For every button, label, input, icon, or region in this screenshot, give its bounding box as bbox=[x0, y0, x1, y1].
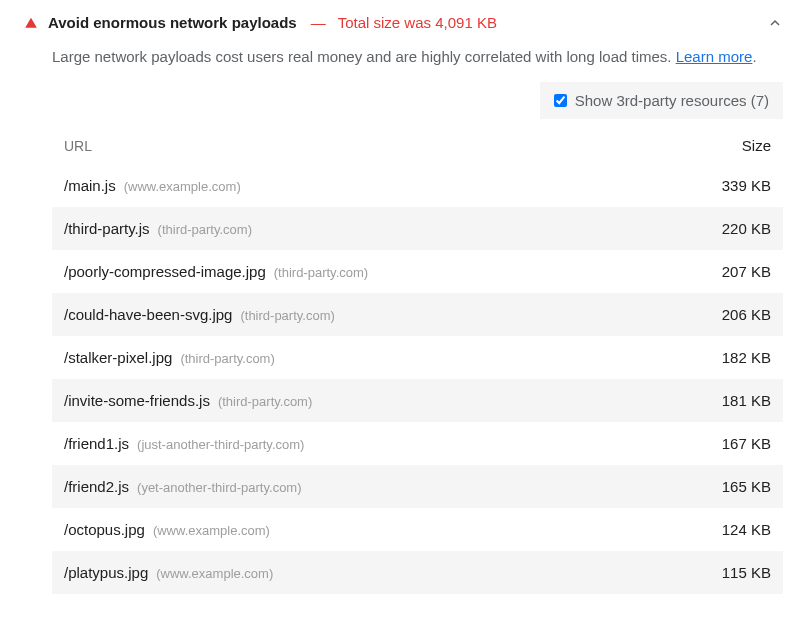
cell-size: 181 KB bbox=[691, 392, 771, 409]
cell-size: 182 KB bbox=[691, 349, 771, 366]
cell-url: /third-party.js(third-party.com) bbox=[64, 220, 691, 237]
table-row: /invite-some-friends.js(third-party.com)… bbox=[52, 379, 783, 422]
cell-size: 124 KB bbox=[691, 521, 771, 538]
cell-url: /friend1.js(just-another-third-party.com… bbox=[64, 435, 691, 452]
table-body: /main.js(www.example.com)339 KB/third-pa… bbox=[52, 164, 783, 594]
table-row: /third-party.js(third-party.com)220 KB bbox=[52, 207, 783, 250]
cell-size: 165 KB bbox=[691, 478, 771, 495]
table-row: /poorly-compressed-image.jpg(third-party… bbox=[52, 250, 783, 293]
table-header: URL Size bbox=[52, 129, 783, 164]
cell-size: 115 KB bbox=[691, 564, 771, 581]
third-party-toggle[interactable]: Show 3rd-party resources (7) bbox=[540, 82, 783, 119]
resource-origin: (just-another-third-party.com) bbox=[137, 437, 304, 452]
resource-path: /platypus.jpg bbox=[64, 564, 148, 581]
table-row: /friend2.js(yet-another-third-party.com)… bbox=[52, 465, 783, 508]
resource-path: /main.js bbox=[64, 177, 116, 194]
resource-origin: (www.example.com) bbox=[124, 179, 241, 194]
resource-path: /stalker-pixel.jpg bbox=[64, 349, 172, 366]
chevron-up-icon[interactable] bbox=[767, 15, 783, 31]
column-header-size: Size bbox=[691, 137, 771, 154]
resource-path: /third-party.js bbox=[64, 220, 150, 237]
cell-size: 206 KB bbox=[691, 306, 771, 323]
resource-origin: (third-party.com) bbox=[180, 351, 274, 366]
resource-path: /octopus.jpg bbox=[64, 521, 145, 538]
cell-size: 207 KB bbox=[691, 263, 771, 280]
cell-url: /poorly-compressed-image.jpg(third-party… bbox=[64, 263, 691, 280]
audit-body: Large network payloads cost users real m… bbox=[24, 31, 783, 594]
cell-size: 220 KB bbox=[691, 220, 771, 237]
resource-origin: (third-party.com) bbox=[240, 308, 334, 323]
audit-description: Large network payloads cost users real m… bbox=[52, 45, 783, 68]
dash-separator: — bbox=[311, 14, 326, 31]
cell-url: /could-have-been-svg.jpg(third-party.com… bbox=[64, 306, 691, 323]
table-row: /main.js(www.example.com)339 KB bbox=[52, 164, 783, 207]
cell-size: 167 KB bbox=[691, 435, 771, 452]
cell-size: 339 KB bbox=[691, 177, 771, 194]
audit-panel: Avoid enormous network payloads — Total … bbox=[0, 0, 799, 610]
learn-more-link[interactable]: Learn more bbox=[676, 48, 753, 65]
cell-url: /main.js(www.example.com) bbox=[64, 177, 691, 194]
table-row: /platypus.jpg(www.example.com)115 KB bbox=[52, 551, 783, 594]
table-row: /could-have-been-svg.jpg(third-party.com… bbox=[52, 293, 783, 336]
third-party-toggle-row: Show 3rd-party resources (7) bbox=[52, 82, 783, 119]
cell-url: /friend2.js(yet-another-third-party.com) bbox=[64, 478, 691, 495]
resource-origin: (third-party.com) bbox=[274, 265, 368, 280]
resource-path: /friend1.js bbox=[64, 435, 129, 452]
resource-origin: (third-party.com) bbox=[158, 222, 252, 237]
resource-path: /invite-some-friends.js bbox=[64, 392, 210, 409]
cell-url: /stalker-pixel.jpg(third-party.com) bbox=[64, 349, 691, 366]
resource-origin: (www.example.com) bbox=[153, 523, 270, 538]
third-party-toggle-label: Show 3rd-party resources (7) bbox=[575, 92, 769, 109]
resource-origin: (yet-another-third-party.com) bbox=[137, 480, 301, 495]
cell-url: /invite-some-friends.js(third-party.com) bbox=[64, 392, 691, 409]
cell-url: /platypus.jpg(www.example.com) bbox=[64, 564, 691, 581]
column-header-url: URL bbox=[64, 138, 691, 154]
warning-triangle-icon bbox=[24, 16, 38, 30]
payload-table: URL Size /main.js(www.example.com)339 KB… bbox=[52, 129, 783, 594]
resource-path: /friend2.js bbox=[64, 478, 129, 495]
resource-origin: (www.example.com) bbox=[156, 566, 273, 581]
audit-metric: Total size was 4,091 KB bbox=[338, 14, 497, 31]
audit-header[interactable]: Avoid enormous network payloads — Total … bbox=[24, 14, 783, 31]
cell-url: /octopus.jpg(www.example.com) bbox=[64, 521, 691, 538]
resource-path: /poorly-compressed-image.jpg bbox=[64, 263, 266, 280]
description-period: . bbox=[752, 48, 756, 65]
description-text: Large network payloads cost users real m… bbox=[52, 48, 676, 65]
audit-title: Avoid enormous network payloads bbox=[48, 14, 297, 31]
table-row: /friend1.js(just-another-third-party.com… bbox=[52, 422, 783, 465]
resource-path: /could-have-been-svg.jpg bbox=[64, 306, 232, 323]
third-party-checkbox[interactable] bbox=[554, 94, 567, 107]
resource-origin: (third-party.com) bbox=[218, 394, 312, 409]
table-row: /stalker-pixel.jpg(third-party.com)182 K… bbox=[52, 336, 783, 379]
table-row: /octopus.jpg(www.example.com)124 KB bbox=[52, 508, 783, 551]
